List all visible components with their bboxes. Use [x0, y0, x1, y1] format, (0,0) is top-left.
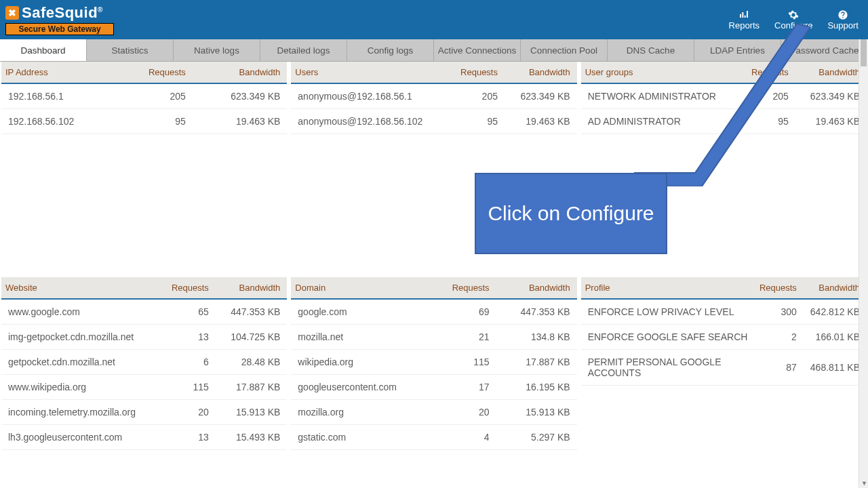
panel-website: Website Requests Bandwidth www.google.co…: [1, 277, 287, 489]
col-requests[interactable]: Requests: [121, 62, 193, 83]
col-requests[interactable]: Requests: [755, 277, 804, 299]
tab-native-logs[interactable]: Native logs: [174, 39, 260, 61]
cell-bandwidth: 15.493 KB: [216, 424, 288, 449]
cell-key: www.google.com: [1, 299, 161, 325]
table-row[interactable]: getpocket.cdn.mozilla.net628.48 KB: [1, 349, 287, 374]
reports-icon: [738, 9, 750, 20]
col-bandwidth[interactable]: Bandwidth: [505, 62, 577, 83]
scrollbar-thumb[interactable]: [861, 39, 867, 66]
tab-dashboard[interactable]: Dashboard: [0, 39, 87, 61]
cell-bandwidth: 15.913 KB: [496, 399, 577, 424]
col-ip-title[interactable]: IP Address: [1, 62, 121, 83]
col-bandwidth[interactable]: Bandwidth: [496, 277, 577, 299]
cell-bandwidth: 134.8 KB: [496, 324, 577, 349]
table-row[interactable]: mozilla.net21134.8 KB: [291, 324, 576, 349]
table-row[interactable]: ENFORCE GOOGLE SAFE SEARCH2166.01 KB: [581, 324, 867, 349]
panel-ip-address: IP Address Requests Bandwidth 192.168.56…: [1, 62, 287, 273]
cell-requests: 13: [161, 324, 216, 349]
cell-requests: 115: [161, 374, 216, 399]
table-row[interactable]: ENFORCE LOW PRIVACY LEVEL300642.812 KB: [581, 299, 867, 325]
cell-key: lh3.googleusercontent.com: [1, 424, 161, 449]
support-icon: [837, 9, 849, 20]
window-scrollbar[interactable]: ▲ ▼: [859, 39, 868, 488]
brand-name: SafeSquid®: [22, 4, 103, 22]
table-row[interactable]: incoming.telemetry.mozilla.org2015.913 K…: [1, 399, 287, 424]
col-bandwidth[interactable]: Bandwidth: [193, 62, 288, 83]
panel-profile: Profile Requests Bandwidth ENFORCE LOW P…: [581, 277, 867, 489]
cell-bandwidth: 468.811 KB: [804, 349, 867, 385]
cell-key: www.wikipedia.org: [1, 374, 161, 399]
cell-key: mozilla.net: [291, 324, 435, 349]
tab-connection-pool[interactable]: Connection Pool: [521, 39, 608, 61]
col-users-title[interactable]: Users: [291, 62, 449, 83]
cell-bandwidth: 623.349 KB: [193, 83, 288, 109]
panel-domain: Domain Requests Bandwidth google.com6944…: [291, 277, 576, 489]
table-row[interactable]: googleusercontent.com1716.195 KB: [291, 374, 576, 399]
table-row[interactable]: wikipedia.org11517.887 KB: [291, 349, 576, 374]
cell-requests: 69: [435, 299, 496, 325]
cell-requests: 87: [755, 349, 804, 385]
tab-detailed-logs[interactable]: Detailed logs: [260, 39, 347, 61]
cell-bandwidth: 17.887 KB: [216, 374, 288, 399]
tab-label: Detailed logs: [277, 45, 330, 56]
cell-requests: 205: [450, 83, 505, 109]
table-row[interactable]: img-getpocket.cdn.mozilla.net13104.725 K…: [1, 324, 287, 349]
annotation-arrow-icon: [634, 24, 810, 186]
cell-requests: 20: [435, 399, 496, 424]
annotation-callout: Click on Configure: [475, 173, 667, 254]
cell-requests: 21: [435, 324, 496, 349]
col-bandwidth[interactable]: Bandwidth: [804, 277, 867, 299]
cell-key: googleusercontent.com: [291, 374, 435, 399]
table-row[interactable]: www.google.com65447.353 KB: [1, 299, 287, 325]
tab-label: Active Connections: [438, 45, 517, 56]
col-profile-title[interactable]: Profile: [581, 277, 755, 299]
cell-key: 192.168.56.102: [1, 109, 121, 134]
table-row[interactable]: anonymous@192.168.56.1 205 623.349 KB: [291, 83, 576, 109]
cell-requests: 13: [161, 424, 216, 449]
cell-bandwidth: 19.463 KB: [193, 109, 288, 134]
cell-key: anonymous@192.168.56.102: [291, 109, 449, 134]
tab-label: Native logs: [194, 45, 239, 56]
col-requests[interactable]: Requests: [161, 277, 216, 299]
cell-requests: 205: [121, 83, 193, 109]
cell-key: ENFORCE GOOGLE SAFE SEARCH: [581, 324, 755, 349]
table-row[interactable]: mozilla.org2015.913 KB: [291, 399, 576, 424]
table-row[interactable]: gstatic.com45.297 KB: [291, 424, 576, 449]
tab-config-logs[interactable]: Config logs: [347, 39, 434, 61]
svg-marker-0: [634, 24, 810, 186]
nav-support-label: Support: [827, 20, 859, 30]
table-row[interactable]: www.wikipedia.org11517.887 KB: [1, 374, 287, 399]
cell-requests: 4: [435, 424, 496, 449]
table-row[interactable]: PERMIT PERSONAL GOOGLE ACCOUNTS87468.811…: [581, 349, 867, 385]
col-bandwidth[interactable]: Bandwidth: [216, 277, 288, 299]
table-row[interactable]: 192.168.56.102 95 19.463 KB: [1, 109, 287, 134]
brand-tagline: Secure Web Gateway: [5, 23, 114, 35]
cell-key: img-getpocket.cdn.mozilla.net: [1, 324, 161, 349]
table-row[interactable]: lh3.googleusercontent.com1315.493 KB: [1, 424, 287, 449]
cell-bandwidth: 447.353 KB: [496, 299, 577, 325]
col-website-title[interactable]: Website: [1, 277, 161, 299]
col-requests[interactable]: Requests: [450, 62, 505, 83]
tab-statistics[interactable]: Statistics: [87, 39, 174, 61]
cell-requests: 17: [435, 374, 496, 399]
cell-bandwidth: 642.812 KB: [804, 299, 867, 325]
nav-support[interactable]: Support: [827, 9, 859, 30]
table-row[interactable]: anonymous@192.168.56.102 95 19.463 KB: [291, 109, 576, 134]
table-row[interactable]: 192.168.56.1 205 623.349 KB: [1, 83, 287, 109]
cell-bandwidth: 104.725 KB: [216, 324, 288, 349]
cell-key: PERMIT PERSONAL GOOGLE ACCOUNTS: [581, 349, 755, 385]
cell-key: getpocket.cdn.mozilla.net: [1, 349, 161, 374]
col-domain-title[interactable]: Domain: [291, 277, 435, 299]
scroll-down-icon: ▼: [861, 480, 867, 487]
tab-label: Config logs: [368, 45, 414, 56]
cell-bandwidth: 19.463 KB: [505, 109, 577, 134]
col-requests[interactable]: Requests: [435, 277, 496, 299]
cell-key: mozilla.org: [291, 399, 435, 424]
cell-bandwidth: 15.913 KB: [216, 399, 288, 424]
cell-key: wikipedia.org: [291, 349, 435, 374]
cell-bandwidth: 17.887 KB: [496, 349, 577, 374]
cell-bandwidth: 28.48 KB: [216, 349, 288, 374]
cell-key: 192.168.56.1: [1, 83, 121, 109]
tab-active-connections[interactable]: Active Connections: [434, 39, 521, 61]
table-row[interactable]: google.com69447.353 KB: [291, 299, 576, 325]
